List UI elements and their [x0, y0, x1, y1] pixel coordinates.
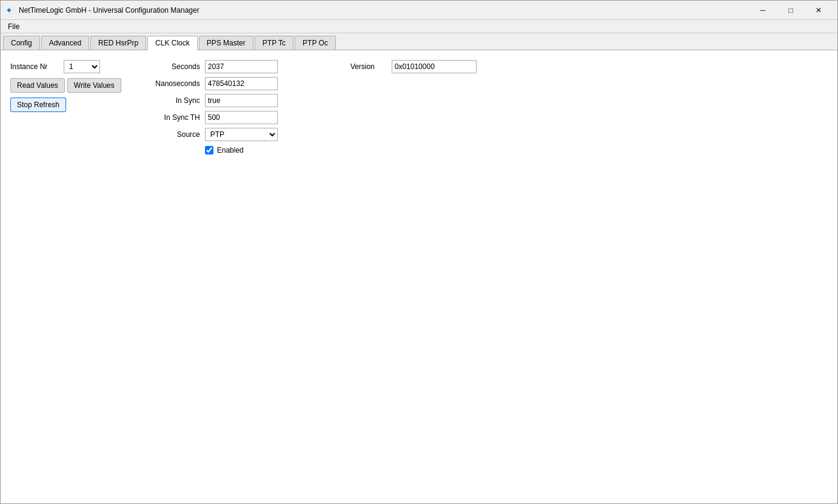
right-panel: Version — [350, 60, 477, 154]
stop-refresh-row: Stop Refresh — [10, 98, 121, 112]
stop-refresh-button[interactable]: Stop Refresh — [10, 98, 66, 112]
in-sync-th-row: In Sync TH — [146, 111, 278, 124]
in-sync-row: In Sync — [146, 94, 278, 107]
content-area: Instance Nr 1 2 3 Read Values Write Valu… — [1, 50, 837, 503]
version-row: Version — [350, 60, 477, 73]
tab-ptp-oc[interactable]: PTP Oc — [295, 36, 336, 50]
seconds-row: Seconds — [146, 60, 278, 73]
tab-clk-clock[interactable]: CLK Clock — [147, 36, 198, 50]
maximize-button[interactable]: □ — [777, 1, 805, 20]
source-dropdown[interactable]: PTP GPS NTP — [205, 128, 278, 141]
seconds-label: Seconds — [146, 62, 200, 71]
in-sync-th-label: In Sync TH — [146, 113, 200, 122]
minimize-button[interactable]: ─ — [749, 1, 777, 20]
tab-pps-master[interactable]: PPS Master — [199, 36, 253, 50]
form-area: Instance Nr 1 2 3 Read Values Write Valu… — [10, 60, 828, 154]
source-row: Source PTP GPS NTP — [146, 128, 278, 141]
left-panel: Instance Nr 1 2 3 Read Values Write Valu… — [10, 60, 121, 154]
in-sync-input[interactable] — [205, 94, 278, 107]
nanoseconds-label: Nanoseconds — [146, 79, 200, 88]
enabled-label: Enabled — [217, 146, 244, 154]
version-input[interactable] — [392, 60, 477, 73]
in-sync-label: In Sync — [146, 96, 200, 105]
close-button[interactable]: ✕ — [805, 1, 833, 20]
in-sync-th-input[interactable] — [205, 111, 278, 124]
enabled-row: Enabled — [205, 146, 278, 154]
read-values-button[interactable]: Read Values — [10, 78, 65, 93]
seconds-input[interactable] — [205, 60, 278, 73]
nanoseconds-input[interactable] — [205, 77, 278, 90]
window-title: NetTimeLogic GmbH - Universal Configurat… — [19, 6, 749, 15]
menu-bar: File — [1, 20, 837, 33]
main-window: ✦ NetTimeLogic GmbH - Universal Configur… — [0, 0, 838, 504]
instance-nr-label: Instance Nr — [10, 62, 59, 71]
tab-red-hsrprp[interactable]: RED HsrPrp — [90, 36, 146, 50]
nanoseconds-row: Nanoseconds — [146, 77, 278, 90]
read-write-buttons: Read Values Write Values — [10, 78, 121, 93]
tab-config[interactable]: Config — [3, 36, 40, 50]
version-label: Version — [350, 62, 387, 71]
title-bar: ✦ NetTimeLogic GmbH - Universal Configur… — [1, 1, 837, 20]
app-icon: ✦ — [5, 5, 15, 15]
title-bar-controls: ─ □ ✕ — [749, 1, 833, 20]
write-values-button[interactable]: Write Values — [67, 78, 121, 93]
instance-nr-dropdown[interactable]: 1 2 3 — [64, 60, 100, 73]
tab-bar: Config Advanced RED HsrPrp CLK Clock PPS… — [1, 33, 837, 50]
menu-file[interactable]: File — [3, 21, 24, 32]
enabled-checkbox[interactable] — [205, 146, 213, 154]
tab-ptp-tc[interactable]: PTP Tc — [255, 36, 293, 50]
instance-row: Instance Nr 1 2 3 — [10, 60, 121, 73]
source-label: Source — [146, 130, 200, 139]
tab-advanced[interactable]: Advanced — [41, 36, 89, 50]
middle-panel: Seconds Nanoseconds In Sync In Sync TH S… — [146, 60, 278, 154]
